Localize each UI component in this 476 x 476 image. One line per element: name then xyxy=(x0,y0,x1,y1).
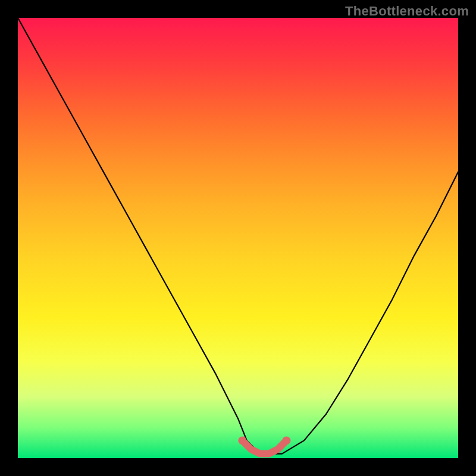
bottleneck-curve-line xyxy=(18,18,458,454)
sweet-spot-dot-left-icon xyxy=(238,436,246,444)
sweet-spot-band-line xyxy=(242,440,286,453)
attribution-label: TheBottleneck.com xyxy=(345,4,469,19)
chart-plot-area xyxy=(18,18,458,458)
chart-svg xyxy=(18,18,458,458)
sweet-spot-dot-right-icon xyxy=(282,436,290,444)
chart-frame: TheBottleneck.com xyxy=(0,0,476,476)
